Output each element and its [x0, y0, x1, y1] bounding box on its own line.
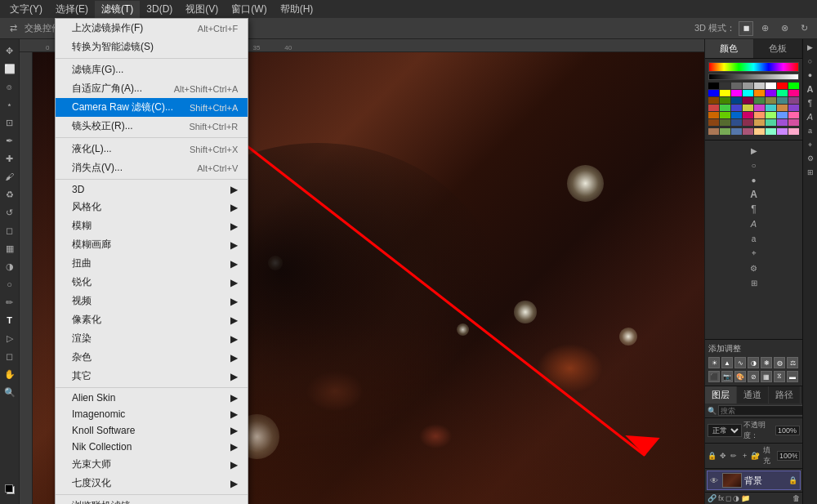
swatch[interactable]	[743, 105, 753, 111]
fx-icon[interactable]: fx	[718, 494, 724, 502]
right-icon-small[interactable]: a	[748, 232, 761, 245]
adj-icon[interactable]: ◑	[733, 494, 739, 502]
menu-view[interactable]: 视图(V)	[179, 1, 225, 18]
menu-smart-filter[interactable]: 转换为智能滤镜(S)	[56, 38, 248, 56]
menu-render[interactable]: 渲染 ▶	[56, 329, 248, 348]
adj-icon-colorbal[interactable]: ⚖	[787, 357, 798, 368]
blend-mode-select[interactable]: 正常	[708, 424, 742, 437]
right-icon-actions[interactable]: ○	[748, 158, 761, 172]
menu-last-filter[interactable]: 上次滤镜操作(F) Alt+Ctrl+F	[56, 19, 248, 38]
swatch[interactable]	[777, 128, 788, 135]
strip-icon-3[interactable]: ●	[805, 69, 816, 81]
adj-icon-curves[interactable]: ∿	[734, 357, 746, 368]
tool-pen[interactable]: ✏	[2, 294, 18, 310]
swatch[interactable]	[708, 97, 719, 104]
menu-help[interactable]: 帮助(H)	[274, 1, 320, 18]
swap-icon[interactable]: ⇄	[5, 20, 21, 37]
adj-icon-photo[interactable]: 📷	[721, 371, 733, 382]
tool-text[interactable]: T	[2, 312, 18, 328]
swatch[interactable]	[754, 105, 765, 111]
swatch[interactable]	[720, 119, 730, 126]
menu-nik[interactable]: Nik Collection ▶	[56, 439, 248, 455]
lock-move-icon[interactable]: ✥	[718, 452, 727, 460]
right-icon-history[interactable]: ▶	[748, 144, 761, 157]
menu-blur-gallery[interactable]: 模糊画廊 ▶	[56, 235, 248, 254]
tool-eraser[interactable]: ◻	[2, 222, 18, 239]
strip-icon-6[interactable]: A	[805, 111, 816, 123]
swatch[interactable]	[731, 128, 742, 135]
swatch[interactable]	[743, 112, 753, 118]
menu-blur[interactable]: 模糊 ▶	[56, 216, 248, 235]
swatch[interactable]	[743, 119, 753, 126]
menu-alien-skin[interactable]: Alien Skin ▶	[56, 390, 248, 406]
menu-liquify[interactable]: 液化(L)... Shift+Ctrl+X	[56, 140, 248, 158]
color-brightness[interactable]	[708, 74, 799, 80]
lock-pos-icon[interactable]: +	[740, 452, 749, 460]
mask-icon[interactable]: ◻	[725, 494, 731, 502]
adj-icon-bw[interactable]: ⬛	[708, 371, 720, 382]
menu-browse-online[interactable]: 浏览联机滤镜...	[56, 497, 248, 504]
swatch[interactable]	[743, 97, 753, 104]
swatch[interactable]	[731, 105, 742, 111]
right-icon-grid[interactable]: ⊞	[748, 276, 761, 289]
swatch[interactable]	[754, 83, 765, 89]
swatch[interactable]	[708, 90, 719, 96]
right-icon-target[interactable]: ⌖	[748, 247, 761, 260]
swatch[interactable]	[708, 128, 719, 135]
menu-filter[interactable]: 滤镜(T)	[95, 1, 140, 18]
layers-search-input[interactable]	[718, 405, 802, 416]
swatch[interactable]	[708, 83, 719, 89]
swatch[interactable]	[766, 83, 776, 89]
swatch[interactable]	[766, 105, 776, 111]
tool-dodge[interactable]: ○	[2, 276, 18, 292]
adj-icon-vibrance[interactable]: ❋	[761, 357, 772, 368]
strip-icon-4[interactable]: A	[805, 83, 816, 95]
tool-hand[interactable]: ✋	[2, 366, 18, 382]
menu-qidu[interactable]: 七度汉化 ▶	[56, 474, 248, 493]
swatch[interactable]	[788, 119, 799, 126]
tool-move[interactable]: ✥	[2, 42, 18, 59]
swatch[interactable]	[743, 128, 753, 135]
swatch[interactable]	[708, 105, 719, 111]
swatch[interactable]	[777, 97, 788, 104]
menu-lens-correct[interactable]: 镜头校正(R)... Shift+Ctrl+R	[56, 117, 248, 136]
menu-window[interactable]: 窗口(W)	[225, 1, 273, 18]
strip-icon-9[interactable]: ⚙	[805, 153, 816, 164]
right-icon-brushes[interactable]: ●	[748, 173, 761, 186]
tool-history-brush[interactable]: ↺	[2, 204, 18, 221]
swatch[interactable]	[754, 112, 765, 118]
lock-all-icon[interactable]: 🔐	[751, 452, 760, 460]
swatch[interactable]	[754, 97, 765, 104]
right-icon-gear[interactable]: ⚙	[748, 261, 761, 274]
tool-zoom[interactable]: 🔍	[2, 384, 18, 400]
fill-input[interactable]	[777, 451, 800, 461]
tool-blur[interactable]: ◑	[2, 258, 18, 274]
swatch[interactable]	[720, 83, 730, 89]
adj-icon-invert[interactable]: ⊘	[748, 371, 759, 382]
menu-select[interactable]: 选择(E)	[49, 1, 95, 18]
swatch[interactable]	[743, 90, 753, 96]
menu-adaptive-wide[interactable]: 自适应广角(A)... Alt+Shift+Ctrl+A	[56, 79, 248, 98]
menu-filter-gallery[interactable]: 滤镜库(G)...	[56, 60, 248, 79]
swatch[interactable]	[788, 97, 799, 104]
swatch[interactable]	[788, 83, 799, 89]
layer-eye-icon[interactable]: 👁	[710, 476, 720, 485]
3d-icon1[interactable]: 🔲	[739, 21, 753, 36]
swatch[interactable]	[766, 97, 776, 104]
3d-icon2[interactable]: ⊕	[757, 20, 773, 37]
strip-icon-8[interactable]: ⌖	[805, 139, 816, 150]
adj-icon-channel[interactable]: 🎨	[734, 371, 746, 382]
tool-gradient[interactable]: ▦	[2, 240, 18, 256]
strip-icon-5[interactable]: ¶	[805, 97, 816, 109]
strip-icon-1[interactable]: ▶	[805, 42, 816, 53]
opacity-input[interactable]	[775, 426, 800, 435]
swatch[interactable]	[731, 112, 742, 118]
layers-tab-paths[interactable]: 路径	[769, 386, 801, 404]
swatch[interactable]	[708, 119, 719, 126]
menu-3d[interactable]: 3D(D)	[140, 2, 179, 16]
swatch[interactable]	[766, 112, 776, 118]
swatch[interactable]	[766, 128, 776, 135]
adj-icon-brightness[interactable]: ☀	[708, 357, 720, 368]
tool-clone[interactable]: ♻	[2, 186, 18, 203]
adj-icon-levels[interactable]: ▲	[721, 357, 733, 368]
